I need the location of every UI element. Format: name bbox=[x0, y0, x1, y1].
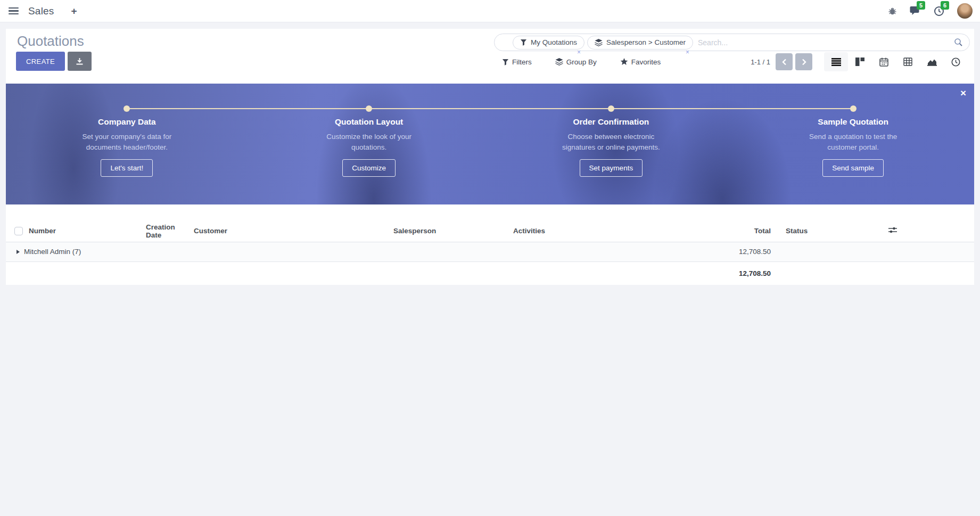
activities-count-badge: 6 bbox=[941, 1, 949, 10]
activity-view-icon bbox=[951, 58, 960, 67]
export-button[interactable] bbox=[68, 52, 92, 71]
onboarding-step-quotation-layout: Quotation Layout Customize the look of y… bbox=[248, 84, 490, 204]
group-label: Mitchell Admin (7) bbox=[24, 248, 81, 256]
send-sample-button[interactable]: Send sample bbox=[822, 159, 884, 177]
column-header-status[interactable]: Status bbox=[775, 220, 884, 242]
step-dot-icon bbox=[123, 105, 130, 112]
set-payments-button[interactable]: Set payments bbox=[580, 159, 643, 177]
group-by-button[interactable]: Group By bbox=[555, 58, 597, 66]
user-avatar[interactable] bbox=[957, 3, 973, 19]
step-title: Sample Quotation bbox=[818, 117, 888, 127]
search-placeholder: Search... bbox=[698, 38, 954, 47]
step-title: Order Confirmation bbox=[573, 117, 649, 127]
filter-icon bbox=[520, 39, 527, 46]
list-header-row: Number Creation Date Customer Salesperso… bbox=[6, 220, 974, 242]
onboarding-step-company-data: Company Data Set your company's data for… bbox=[6, 84, 248, 204]
list-view-button[interactable] bbox=[824, 52, 848, 71]
activity-view-button[interactable] bbox=[944, 52, 968, 71]
calendar-view-button[interactable] bbox=[872, 52, 896, 71]
messages-count-badge: 5 bbox=[917, 1, 925, 10]
column-header-number[interactable]: Number bbox=[24, 220, 142, 242]
group-total: 12,708.50 bbox=[682, 242, 775, 261]
graph-view-button[interactable] bbox=[920, 52, 944, 71]
facet-label: Salesperson > Customer bbox=[606, 38, 686, 46]
search-facet-groupby[interactable]: Salesperson > Customer × bbox=[587, 36, 693, 50]
column-header-total[interactable]: Total bbox=[682, 220, 775, 242]
onboarding-step-sample-quotation: Sample Quotation Send a quotation to tes… bbox=[732, 84, 974, 204]
favorites-label: Favorites bbox=[631, 58, 661, 66]
lets-start-button[interactable]: Let's start! bbox=[101, 159, 153, 177]
column-header-activities[interactable]: Activities bbox=[509, 220, 682, 242]
step-description: Customize the look of your quotations. bbox=[317, 132, 421, 152]
step-description: Choose between electronic signatures or … bbox=[559, 132, 663, 152]
calendar-view-icon bbox=[879, 58, 888, 67]
page-title: Quotations bbox=[17, 33, 84, 50]
chevron-left-icon bbox=[782, 59, 787, 65]
kanban-view-icon bbox=[855, 58, 864, 66]
group-by-icon bbox=[595, 39, 603, 46]
download-icon bbox=[76, 58, 84, 65]
app-name[interactable]: Sales bbox=[28, 5, 54, 17]
group-row-mitchell-admin[interactable]: Mitchell Admin (7) 12,708.50 bbox=[6, 242, 974, 261]
create-button[interactable]: CREATE bbox=[16, 52, 65, 71]
search-bar[interactable]: My Quotations × Salesperson > Customer ×… bbox=[494, 34, 970, 51]
filters-button[interactable]: Filters bbox=[502, 58, 532, 66]
star-icon bbox=[620, 58, 628, 65]
facet-label: My Quotations bbox=[531, 38, 577, 46]
debug-bug-icon[interactable] bbox=[888, 6, 897, 15]
pager-next-button[interactable] bbox=[795, 53, 812, 70]
pager-previous-button[interactable] bbox=[776, 53, 793, 70]
step-title: Quotation Layout bbox=[335, 117, 403, 127]
group-by-icon bbox=[555, 58, 563, 65]
pivot-view-icon bbox=[903, 58, 912, 66]
filters-label: Filters bbox=[512, 58, 532, 66]
plus-icon[interactable]: + bbox=[71, 6, 77, 16]
pivot-view-button[interactable] bbox=[896, 52, 920, 71]
kanban-view-button[interactable] bbox=[848, 52, 872, 71]
customize-button[interactable]: Customize bbox=[342, 159, 396, 177]
select-all-checkbox[interactable] bbox=[14, 227, 23, 235]
search-facet-my-quotations[interactable]: My Quotations × bbox=[513, 36, 584, 50]
column-header-salesperson[interactable]: Salesperson bbox=[389, 220, 509, 242]
list-view-icon bbox=[831, 58, 841, 66]
pager-value[interactable]: 1-1 / 1 bbox=[751, 58, 770, 66]
view-switcher bbox=[824, 52, 968, 71]
control-panel: Quotations CREATE My Quotations × bbox=[6, 29, 974, 84]
expand-caret-icon bbox=[17, 250, 20, 254]
step-description: Send a quotation to test the customer po… bbox=[801, 132, 905, 152]
main-panel: Quotations CREATE My Quotations × bbox=[6, 29, 974, 285]
step-dot-icon bbox=[366, 105, 372, 112]
messages-icon[interactable]: 5 bbox=[910, 6, 921, 16]
search-icon[interactable] bbox=[954, 38, 963, 47]
filter-icon bbox=[502, 59, 509, 65]
top-navbar: Sales + 5 6 bbox=[0, 0, 980, 22]
activities-clock-icon[interactable]: 6 bbox=[934, 6, 944, 17]
column-header-customer[interactable]: Customer bbox=[190, 220, 389, 242]
list-footer-row: 12,708.50 bbox=[6, 261, 974, 285]
quotations-list: Number Creation Date Customer Salesperso… bbox=[6, 220, 974, 285]
optional-columns-icon[interactable] bbox=[888, 226, 897, 234]
optional-columns-header bbox=[884, 220, 974, 242]
column-header-creation-date[interactable]: Creation Date bbox=[142, 220, 190, 242]
step-dot-icon bbox=[850, 105, 857, 112]
footer-total: 12,708.50 bbox=[682, 261, 775, 285]
graph-view-icon bbox=[927, 58, 937, 66]
onboarding-banner: × Company Data Set your company's data f… bbox=[6, 84, 974, 204]
apps-menu-icon[interactable] bbox=[7, 5, 20, 17]
step-dot-icon bbox=[608, 105, 614, 112]
chevron-right-icon bbox=[802, 59, 806, 65]
onboarding-step-order-confirmation: Order Confirmation Choose between electr… bbox=[490, 84, 732, 204]
step-description: Set your company's data for documents he… bbox=[75, 132, 179, 152]
favorites-button[interactable]: Favorites bbox=[620, 58, 661, 66]
group-by-label: Group By bbox=[566, 58, 597, 66]
step-title: Company Data bbox=[98, 117, 156, 127]
